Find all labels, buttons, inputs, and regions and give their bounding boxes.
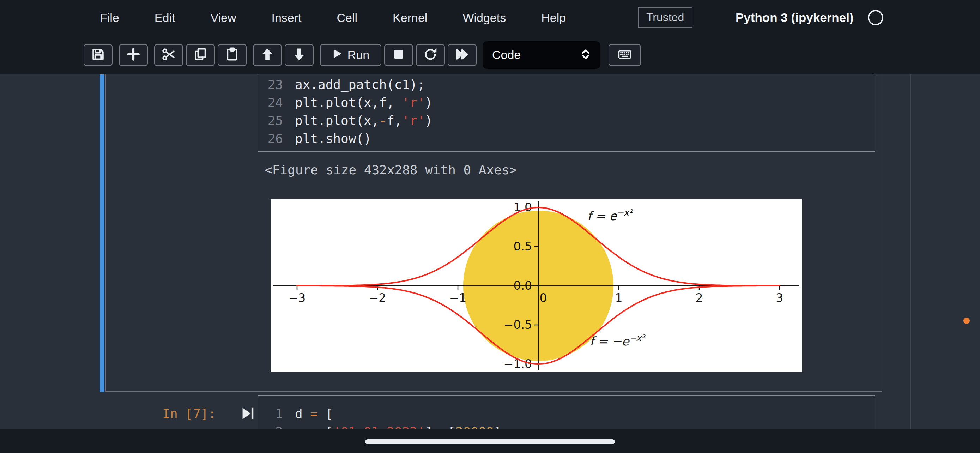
plus-icon xyxy=(126,46,141,64)
x-tick-label: 3 xyxy=(776,291,784,305)
menu-view[interactable]: View xyxy=(210,11,236,25)
jupyter-notebook-screen: File Edit View Insert Cell Kernel Widget… xyxy=(0,0,980,453)
y-tick-label: −0.5 xyxy=(504,318,532,332)
x-tick-label: −1 xyxy=(449,291,467,305)
cell-type-value: Code xyxy=(492,48,521,62)
cell-text-output: <Figure size 432x288 with 0 Axes> xyxy=(264,163,517,177)
run-label: Run xyxy=(347,48,369,62)
notification-dot xyxy=(963,318,970,324)
home-indicator[interactable] xyxy=(365,439,615,444)
x-tick-label: 1 xyxy=(615,291,623,305)
line-number: 25 xyxy=(264,111,283,129)
x-tick-label: 0 xyxy=(540,291,547,305)
scissors-icon xyxy=(161,46,177,64)
bottom-bar xyxy=(0,429,980,453)
code-line: 25plt.plot(x,-f,'r') xyxy=(258,111,875,129)
curve-annotation: f = −e−x² xyxy=(590,333,646,348)
arrow-down-icon xyxy=(291,46,307,64)
curve-annotation: f = e−x² xyxy=(587,208,633,223)
restart-icon xyxy=(423,46,438,64)
copy-icon xyxy=(192,46,208,64)
notebook-area[interactable]: 23ax.add_patch(c1);24plt.plot(x,f, 'r')2… xyxy=(0,75,980,453)
paste-button[interactable] xyxy=(218,44,247,66)
run-all-button[interactable] xyxy=(448,44,477,66)
code-line: 26plt.show() xyxy=(258,129,875,148)
run-cell-icon[interactable] xyxy=(239,405,255,421)
command-palette-button[interactable] xyxy=(609,44,641,66)
run-button[interactable]: Run xyxy=(320,44,381,66)
kernel-name: Python 3 (ipykernel) xyxy=(735,11,854,25)
menu-cell[interactable]: Cell xyxy=(337,11,358,25)
x-tick-label: −3 xyxy=(289,291,306,305)
matplotlib-figure: −3−2−101231.00.50.0−0.5−1.0f = e−x²f = −… xyxy=(270,199,802,372)
copy-button[interactable] xyxy=(186,44,215,66)
menu-file[interactable]: File xyxy=(100,11,119,25)
y-tick-label: 1.0 xyxy=(514,200,532,214)
line-number: 23 xyxy=(264,75,283,94)
arrow-up-icon xyxy=(259,46,275,64)
menu-insert[interactable]: Insert xyxy=(271,11,301,25)
move-cell-up-button[interactable] xyxy=(253,44,282,66)
kernel-indicator: Python 3 (ipykernel) xyxy=(735,0,883,35)
x-tick-label: −2 xyxy=(369,291,386,305)
save-button[interactable] xyxy=(84,44,113,66)
trusted-button[interactable]: Trusted xyxy=(638,7,692,27)
keyboard-icon xyxy=(617,46,633,64)
line-number: 24 xyxy=(264,94,283,111)
menu-edit[interactable]: Edit xyxy=(154,11,175,25)
code-editor[interactable]: 23ax.add_patch(c1);24plt.plot(x,f, 'r')2… xyxy=(258,75,875,152)
y-tick-label: 0.5 xyxy=(514,240,532,253)
code-lines: 23ax.add_patch(c1);24plt.plot(x,f, 'r')2… xyxy=(258,75,875,148)
menu-widgets[interactable]: Widgets xyxy=(463,11,506,25)
restart-kernel-button[interactable] xyxy=(416,44,445,66)
save-icon xyxy=(90,46,106,64)
code-line: 1d = [ xyxy=(258,405,875,423)
paste-icon xyxy=(224,46,240,64)
insert-cell-button[interactable] xyxy=(119,44,148,66)
cut-button[interactable] xyxy=(154,44,183,66)
line-number: 26 xyxy=(264,129,283,148)
code-line: 24plt.plot(x,f, 'r') xyxy=(258,94,875,111)
menu-kernel[interactable]: Kernel xyxy=(393,11,427,25)
chevron-up-down-icon xyxy=(578,47,593,63)
fast-forward-icon xyxy=(454,46,470,64)
header: File Edit View Insert Cell Kernel Widget… xyxy=(0,0,980,75)
gaussian-plot: −3−2−101231.00.50.0−0.5−1.0f = e−x²f = −… xyxy=(270,199,802,372)
scrollbar-track[interactable] xyxy=(910,75,911,429)
line-number: 1 xyxy=(264,405,283,423)
interrupt-kernel-button[interactable] xyxy=(384,44,413,66)
input-prompt: In [7]: xyxy=(152,407,216,421)
x-tick-label: 2 xyxy=(696,291,703,305)
menu-help[interactable]: Help xyxy=(541,11,566,25)
code-line: 23ax.add_patch(c1); xyxy=(258,75,875,94)
kernel-status-icon xyxy=(868,10,883,25)
stop-icon xyxy=(391,46,406,64)
play-icon xyxy=(332,48,342,62)
toolbar: Run Code xyxy=(0,35,980,75)
cell-type-select[interactable]: Code xyxy=(483,41,600,69)
y-tick-label: 0.0 xyxy=(514,279,532,292)
cell-selection-bar xyxy=(100,75,104,392)
move-cell-down-button[interactable] xyxy=(285,44,313,66)
